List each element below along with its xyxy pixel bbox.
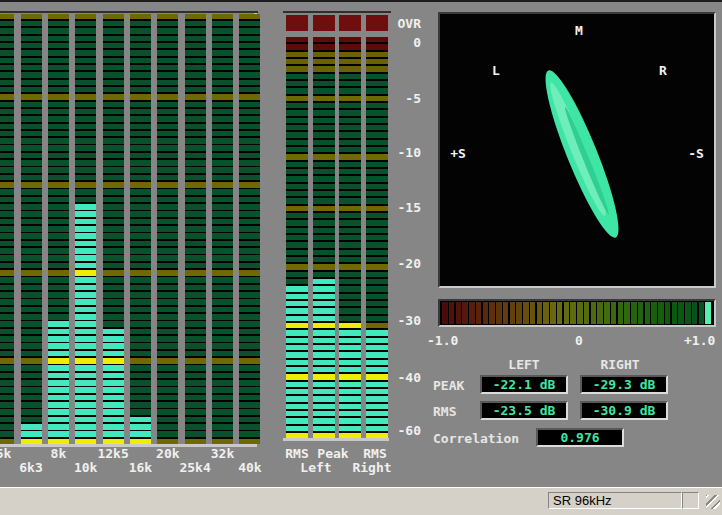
spectrum-segment <box>130 182 151 187</box>
spectrum-segment <box>185 233 206 238</box>
spectrum-segment <box>103 36 124 41</box>
spectrum-segment <box>48 21 69 26</box>
spectrum-segment <box>48 182 69 187</box>
correlation-segment <box>462 302 468 324</box>
spectrum-segment <box>212 285 233 290</box>
meter-segment <box>339 162 361 167</box>
spectrum-segment <box>0 138 14 143</box>
meter-segment <box>286 74 308 79</box>
spectrum-segment <box>130 58 151 63</box>
meter-segment <box>366 294 388 299</box>
spectrum-segment <box>0 219 14 224</box>
spectrum-segment <box>0 358 14 363</box>
meter-segment <box>339 132 361 137</box>
meter-segment <box>286 411 308 416</box>
spectrum-segment <box>103 314 124 319</box>
spectrum-segment <box>239 182 260 187</box>
spectrum-segment <box>75 80 96 85</box>
spectrum-segment <box>185 314 206 319</box>
meter-segment <box>286 323 308 328</box>
spectrum-segment <box>0 417 14 422</box>
spectrum-segment <box>21 321 42 326</box>
spectrum-segment <box>130 21 151 26</box>
spectrum-segment <box>48 270 69 275</box>
correlation-meter-bar <box>438 299 716 327</box>
spectrum-segment <box>103 226 124 231</box>
spectrum-segment <box>21 255 42 260</box>
correlation-segment <box>658 302 664 324</box>
spectrum-segment <box>130 285 151 290</box>
spectrum-segment <box>75 21 96 26</box>
spectrum-segment <box>185 80 206 85</box>
spectrum-segment <box>239 307 260 312</box>
spectrum-segment <box>21 292 42 297</box>
spectrum-segment <box>239 336 260 341</box>
spectrum-segment <box>239 58 260 63</box>
spectrum-segment <box>157 263 178 268</box>
resize-grip-icon[interactable] <box>706 495 720 509</box>
correlation-segment <box>550 302 556 324</box>
spectrum-segment <box>212 138 233 143</box>
spectrum-segment <box>185 409 206 414</box>
spectrum-segment <box>185 431 206 436</box>
frequency-label-40k: 40k <box>238 461 261 474</box>
spectrum-segment <box>0 175 14 180</box>
meter-segment <box>339 154 361 159</box>
spectrum-segment <box>157 365 178 370</box>
meter-segment <box>339 176 361 181</box>
spectrum-segment <box>103 431 124 436</box>
spectrum-band-5k <box>0 14 14 445</box>
spectrum-band-25k4 <box>185 14 206 445</box>
spectrum-segment <box>212 204 233 209</box>
meter-segment <box>366 389 388 394</box>
meter-segment <box>313 66 335 71</box>
spectrum-segment <box>239 439 260 444</box>
meter-segment <box>313 74 335 79</box>
meter-segment <box>366 81 388 86</box>
spectrum-segment <box>130 439 151 444</box>
spectrum-segment <box>239 292 260 297</box>
spectrum-segment <box>103 409 124 414</box>
spectrum-segment <box>0 314 14 319</box>
spectrum-segment <box>212 417 233 422</box>
spectrum-segment <box>212 226 233 231</box>
spectrum-segment <box>21 21 42 26</box>
spectrum-segment <box>0 292 14 297</box>
correlation-segment <box>665 302 671 324</box>
meter-segment <box>339 103 361 108</box>
spectrum-segment <box>212 65 233 70</box>
correlation-segment <box>618 302 624 324</box>
spectrum-segment <box>157 116 178 121</box>
spectrum-segment <box>75 182 96 187</box>
rms-row-label: RMS <box>433 405 456 418</box>
spectrum-segment <box>239 116 260 121</box>
spectrum-segment <box>239 197 260 202</box>
spectrum-segment <box>130 138 151 143</box>
meter-segment <box>313 272 335 277</box>
db-scale-label-minus20: -20 <box>381 257 421 270</box>
spectrum-segment <box>239 358 260 363</box>
meter-segment <box>339 191 361 196</box>
spectrum-segment <box>103 424 124 429</box>
meter-segment <box>339 323 361 328</box>
spectrum-segment <box>212 175 233 180</box>
spectrum-segment <box>157 329 178 334</box>
spectrum-segment <box>0 153 14 158</box>
meter-segment <box>313 367 335 372</box>
spectrum-segment <box>239 109 260 114</box>
spectrum-segment <box>239 241 260 246</box>
spectrum-segment <box>103 241 124 246</box>
spectrum-segment <box>185 124 206 129</box>
spectrum-segment <box>212 270 233 275</box>
meter-segment <box>313 345 335 350</box>
spectrum-segment <box>103 116 124 121</box>
meter-segment <box>313 257 335 262</box>
spectrum-segment <box>157 28 178 33</box>
spectrum-segment <box>75 365 96 370</box>
spectrum-segment <box>0 277 14 282</box>
spectrum-segment <box>0 87 14 92</box>
meter-segment <box>286 96 308 101</box>
spectrum-segment <box>103 189 124 194</box>
meter-segment <box>339 286 361 291</box>
spectrum-segment <box>239 387 260 392</box>
